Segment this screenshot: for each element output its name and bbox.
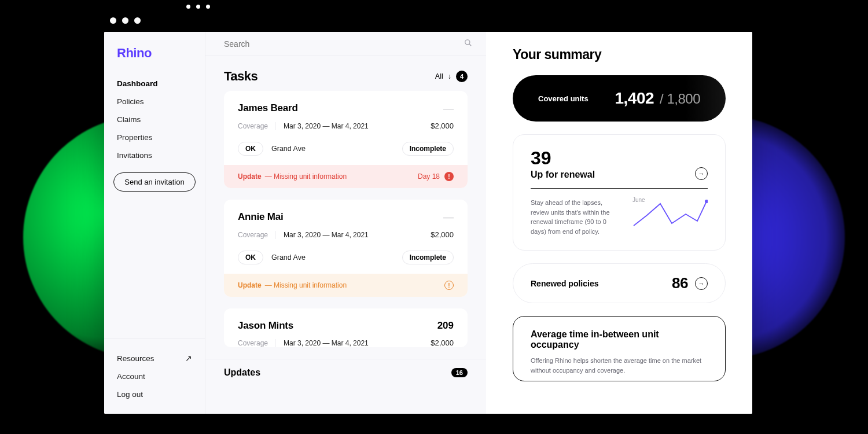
alert-day: Day 18 <box>418 172 440 181</box>
svg-point-0 <box>465 39 470 44</box>
task-metric: — <box>443 211 454 223</box>
renewed-label: Renewed policies <box>531 279 598 288</box>
search-icon[interactable] <box>464 39 472 49</box>
svg-line-1 <box>469 43 472 46</box>
renewal-count: 39 <box>531 149 595 167</box>
task-card[interactable]: James Beard — Coverage Mar 3, 2020 — Mar… <box>224 91 468 188</box>
sidebar-item-claims[interactable]: Claims <box>104 111 205 128</box>
renewal-label: Up for renewal <box>531 170 595 180</box>
alert-title: Update <box>238 172 262 181</box>
status-pill: OK <box>238 251 263 264</box>
sidebar-item-label: Resources <box>117 354 155 363</box>
app-window: Rhino Dashboard Policies Claims Properti… <box>104 32 752 414</box>
covered-units-total: / 1,800 <box>660 91 700 107</box>
task-feed[interactable]: James Beard — Coverage Mar 3, 2020 — Mar… <box>205 91 486 359</box>
sidebar-item-label: Log out <box>117 390 143 399</box>
alert-message: — Missing unit information <box>265 281 347 289</box>
sparkline-label: June <box>632 197 645 203</box>
coverage-label: Coverage <box>238 231 275 239</box>
completion-pill: Incomplete <box>402 251 454 264</box>
coverage-label: Coverage <box>238 122 275 130</box>
covered-units-label: Covered units <box>538 94 589 103</box>
sidebar: Rhino Dashboard Policies Claims Properti… <box>104 32 205 414</box>
tasks-filter[interactable]: All ↓ 4 <box>435 71 468 82</box>
coverage-label: Coverage <box>238 339 275 347</box>
updates-title: Updates <box>224 367 260 378</box>
avg-occupancy-title: Average time in-between unit occupancy <box>531 329 708 350</box>
sidebar-item-resources[interactable]: Resources ↗ <box>104 349 205 367</box>
renewal-description: Stay ahead of the lapses, review units t… <box>531 198 619 236</box>
main-column: Tasks All ↓ 4 James Beard — Coverage Mar… <box>205 32 486 414</box>
renewed-policies-card[interactable]: Renewed policies 86 → <box>513 263 726 303</box>
address: Grand Ave <box>271 145 306 153</box>
summary-panel: Your summary Covered units 1,402 / 1,800… <box>486 32 752 414</box>
covered-units-card[interactable]: Covered units 1,402 / 1,800 <box>513 75 726 122</box>
window-dots-decor <box>110 17 141 24</box>
chevron-down-icon: ↓ <box>448 72 451 80</box>
updates-bar[interactable]: Updates 16 <box>205 359 486 385</box>
task-name: James Beard <box>238 102 298 114</box>
tasks-header: Tasks All ↓ 4 <box>205 56 486 91</box>
covered-units-value: 1,402 <box>615 89 654 108</box>
arrow-right-icon[interactable]: → <box>695 277 708 290</box>
summary-title: Your summary <box>513 47 726 62</box>
task-name: Jason Mints <box>238 320 293 332</box>
sidebar-item-account[interactable]: Account <box>104 367 205 385</box>
external-link-icon: ↗ <box>185 354 192 363</box>
task-name: Annie Mai <box>238 211 284 223</box>
coverage-dates: Mar 3, 2020 — Mar 4, 2021 <box>284 122 369 130</box>
task-alert[interactable]: Update — Missing unit information Day 18… <box>224 165 468 188</box>
alert-icon: ! <box>444 281 454 290</box>
alert-message: — Missing unit information <box>265 172 347 181</box>
sidebar-item-dashboard[interactable]: Dashboard <box>104 75 205 93</box>
task-card[interactable]: Annie Mai — Coverage Mar 3, 2020 — Mar 4… <box>224 200 468 297</box>
primary-nav: Dashboard Policies Claims Properties Inv… <box>104 75 205 164</box>
coverage-amount: $2,000 <box>431 122 454 130</box>
arrow-right-icon[interactable]: → <box>695 167 708 180</box>
brand-logo: Rhino <box>104 46 205 61</box>
tasks-count-badge: 4 <box>456 71 468 82</box>
avg-occupancy-card[interactable]: Average time in-between unit occupancy O… <box>513 316 726 381</box>
coverage-dates: Mar 3, 2020 — Mar 4, 2021 <box>284 231 369 239</box>
filter-label: All <box>435 72 443 80</box>
sidebar-item-label: Account <box>117 372 145 381</box>
task-card[interactable]: Jason Mints 209 Coverage Mar 3, 2020 — M… <box>224 308 468 347</box>
task-metric: — <box>443 102 454 115</box>
alert-icon: ! <box>444 172 454 181</box>
coverage-dates: Mar 3, 2020 — Mar 4, 2021 <box>284 339 369 347</box>
task-alert[interactable]: Update — Missing unit information ! <box>224 274 468 297</box>
svg-point-2 <box>705 200 708 203</box>
status-pill: OK <box>238 142 263 156</box>
avg-occupancy-body: Offering Rhino helps shorten the average… <box>531 356 708 375</box>
renewal-card[interactable]: 39 Up for renewal → Stay ahead of the la… <box>513 134 726 251</box>
search-input[interactable] <box>224 39 398 49</box>
sidebar-item-invitations[interactable]: Invitations <box>104 146 205 164</box>
tasks-title: Tasks <box>224 69 258 84</box>
sidebar-item-policies[interactable]: Policies <box>104 93 205 111</box>
search-bar <box>205 32 486 56</box>
sidebar-item-logout[interactable]: Log out <box>104 385 205 403</box>
send-invitation-button[interactable]: Send an invitation <box>113 172 196 192</box>
address: Grand Ave <box>271 253 306 262</box>
sparkline-chart: June <box>632 198 708 233</box>
alert-title: Update <box>238 281 262 289</box>
sidebar-item-properties[interactable]: Properties <box>104 128 205 146</box>
coverage-amount: $2,000 <box>431 339 454 347</box>
sidebar-footer: Resources ↗ Account Log out <box>104 338 205 403</box>
window-dots-decor <box>186 5 210 9</box>
renewed-value: 86 <box>672 274 688 292</box>
coverage-amount: $2,000 <box>431 230 454 239</box>
completion-pill: Incomplete <box>402 142 454 156</box>
task-metric: 209 <box>437 320 454 332</box>
updates-count-badge: 16 <box>451 368 468 377</box>
